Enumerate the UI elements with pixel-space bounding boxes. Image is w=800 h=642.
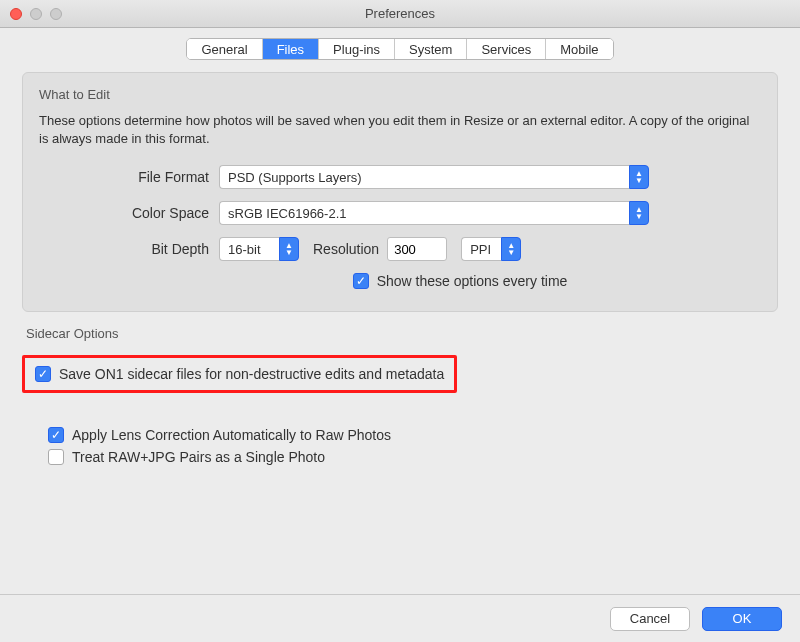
tab-files[interactable]: Files [263, 39, 319, 59]
content-area: What to Edit These options determine how… [0, 72, 800, 465]
chevron-updown-icon: ▲▼ [501, 237, 521, 261]
tabs-segmented: General Files Plug-ins System Services M… [186, 38, 613, 60]
cancel-button[interactable]: Cancel [610, 607, 690, 631]
sidecar-options-title: Sidecar Options [22, 326, 778, 341]
check-icon: ✓ [38, 368, 48, 380]
titlebar: Preferences [0, 0, 800, 28]
treat-raw-jpg-label: Treat RAW+JPG Pairs as a Single Photo [72, 449, 325, 465]
resolution-unit-select[interactable]: PPI ▲▼ [461, 237, 521, 261]
show-options-label: Show these options every time [377, 273, 568, 289]
bit-depth-row: Bit Depth 16-bit ▲▼ Resolution PPI ▲▼ [39, 237, 761, 261]
treat-raw-jpg-row: Treat RAW+JPG Pairs as a Single Photo [48, 449, 778, 465]
lens-correction-checkbox[interactable]: ✓ [48, 427, 64, 443]
file-format-select[interactable]: PSD (Supports Layers) ▲▼ [219, 165, 649, 189]
check-icon: ✓ [356, 275, 366, 287]
resolution-input[interactable] [387, 237, 447, 261]
tab-general[interactable]: General [187, 39, 262, 59]
color-space-select[interactable]: sRGB IEC61966-2.1 ▲▼ [219, 201, 649, 225]
show-options-row: ✓ Show these options every time [159, 273, 761, 295]
color-space-value: sRGB IEC61966-2.1 [219, 201, 629, 225]
file-format-row: File Format PSD (Supports Layers) ▲▼ [39, 165, 761, 189]
tab-system[interactable]: System [395, 39, 467, 59]
save-sidecar-row: ✓ Save ON1 sidecar files for non-destruc… [35, 366, 444, 382]
show-options-checkbox-row: ✓ Show these options every time [353, 273, 568, 289]
tab-services[interactable]: Services [467, 39, 546, 59]
highlighted-option: ✓ Save ON1 sidecar files for non-destruc… [22, 355, 457, 393]
show-options-checkbox[interactable]: ✓ [353, 273, 369, 289]
bit-depth-value: 16-bit [219, 237, 279, 261]
save-sidecar-label: Save ON1 sidecar files for non-destructi… [59, 366, 444, 382]
bit-depth-select[interactable]: 16-bit ▲▼ [219, 237, 299, 261]
chevron-updown-icon: ▲▼ [629, 201, 649, 225]
treat-raw-jpg-checkbox[interactable] [48, 449, 64, 465]
ok-button[interactable]: OK [702, 607, 782, 631]
save-sidecar-checkbox[interactable]: ✓ [35, 366, 51, 382]
file-format-label: File Format [39, 169, 219, 185]
color-space-label: Color Space [39, 205, 219, 221]
additional-options: ✓ Apply Lens Correction Automatically to… [22, 427, 778, 465]
tabbar: General Files Plug-ins System Services M… [0, 38, 800, 60]
lens-correction-row: ✓ Apply Lens Correction Automatically to… [48, 427, 778, 443]
bit-depth-label: Bit Depth [39, 241, 219, 257]
check-icon: ✓ [51, 429, 61, 441]
lens-correction-label: Apply Lens Correction Automatically to R… [72, 427, 391, 443]
file-format-value: PSD (Supports Layers) [219, 165, 629, 189]
what-to-edit-group: What to Edit These options determine how… [22, 72, 778, 312]
chevron-updown-icon: ▲▼ [279, 237, 299, 261]
tab-plug-ins[interactable]: Plug-ins [319, 39, 395, 59]
resolution-label: Resolution [313, 241, 379, 257]
what-to-edit-description: These options determine how photos will … [39, 112, 761, 147]
resolution-unit-value: PPI [461, 237, 501, 261]
tab-mobile[interactable]: Mobile [546, 39, 612, 59]
color-space-row: Color Space sRGB IEC61966-2.1 ▲▼ [39, 201, 761, 225]
chevron-updown-icon: ▲▼ [629, 165, 649, 189]
what-to-edit-title: What to Edit [39, 87, 761, 102]
dialog-footer: Cancel OK [0, 594, 800, 642]
window-title: Preferences [0, 6, 800, 21]
